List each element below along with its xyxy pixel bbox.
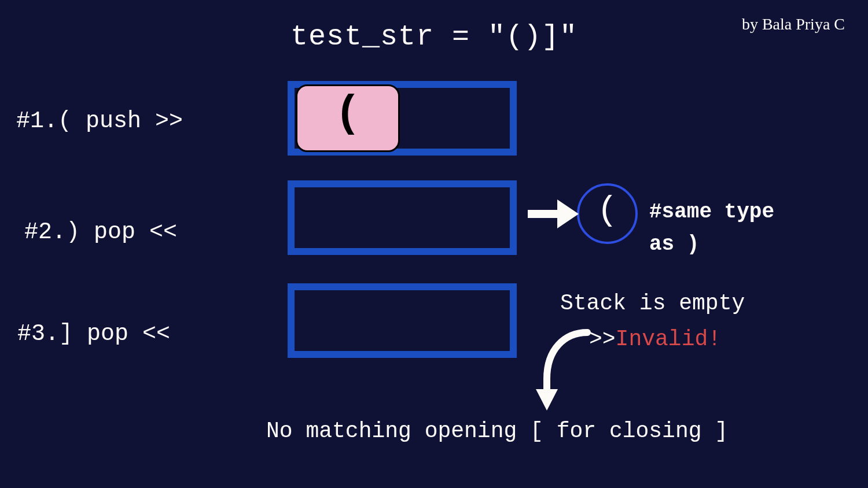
invalid-result: >>Invalid! bbox=[589, 327, 721, 352]
arrow-right-icon bbox=[525, 194, 580, 234]
step-2-label: #2.) pop << bbox=[24, 219, 177, 245]
step-1-label: #1.( push >> bbox=[16, 108, 183, 134]
push-tile-char: ( bbox=[334, 92, 361, 136]
stack-box-step-2 bbox=[288, 180, 517, 255]
stack-box-step-3 bbox=[288, 283, 517, 358]
pop-circle-char: ( bbox=[597, 193, 617, 228]
stack-empty-text: Stack is empty bbox=[560, 291, 745, 316]
no-match-text: No matching opening [ for closing ] bbox=[266, 419, 728, 443]
same-type-note: #same type as ) bbox=[649, 196, 774, 261]
pop-circle: ( bbox=[577, 183, 638, 244]
invalid-word: Invalid! bbox=[616, 327, 721, 352]
title-expression: test_str = "()]" bbox=[0, 20, 868, 53]
step-3-label: #3.] pop << bbox=[17, 321, 170, 347]
author-credit: by Bala Priya C bbox=[742, 15, 845, 34]
push-tile: ( bbox=[296, 84, 400, 152]
curved-arrow-icon bbox=[532, 327, 593, 419]
